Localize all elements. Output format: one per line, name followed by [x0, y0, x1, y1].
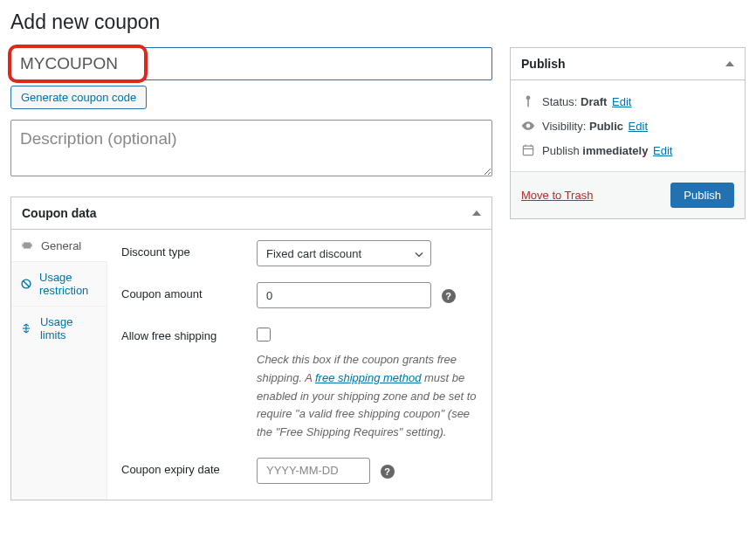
tab-usage-limits[interactable]: Usage limits: [11, 307, 107, 350]
visibility-row: Visibility: Public Edit: [521, 114, 734, 138]
collapse-icon[interactable]: [725, 61, 734, 66]
pin-icon: [521, 94, 535, 108]
free-shipping-label: Allow free shipping: [121, 324, 257, 342]
eye-icon: [521, 119, 535, 133]
coupon-code-input[interactable]: [10, 47, 492, 80]
free-shipping-method-link[interactable]: free shipping method: [315, 371, 421, 384]
tab-general-label: General: [41, 239, 81, 252]
publish-title: Publish: [521, 57, 566, 71]
move-to-trash-link[interactable]: Move to Trash: [521, 189, 593, 202]
svg-rect-4: [523, 146, 533, 155]
tab-usage-limits-label: Usage limits: [40, 315, 98, 342]
coupon-tabs: General Usage restriction Usage limits: [11, 230, 107, 500]
status-row: Status: Draft Edit: [521, 89, 734, 114]
page-title: Add new coupon: [10, 10, 746, 34]
tab-general[interactable]: General: [11, 230, 107, 262]
coupon-data-panel: Coupon data General Usage res: [10, 197, 492, 500]
coupon-amount-label: Coupon amount: [121, 282, 257, 300]
ticket-icon: [20, 238, 34, 252]
publish-header[interactable]: Publish: [511, 48, 745, 80]
expiry-date-input[interactable]: [257, 458, 370, 484]
expiry-label: Coupon expiry date: [121, 458, 257, 476]
limits-icon: [20, 321, 33, 335]
free-shipping-checkbox[interactable]: [257, 328, 271, 342]
coupon-data-title: Coupon data: [22, 206, 97, 220]
publish-panel: Publish Status: Draft Edit: [510, 47, 746, 219]
publish-button[interactable]: Publish: [670, 183, 734, 208]
free-shipping-hint: Check this box if the coupon grants free…: [257, 351, 478, 442]
svg-line-1: [24, 281, 30, 287]
tab-usage-restriction[interactable]: Usage restriction: [11, 262, 107, 307]
generate-coupon-code-button[interactable]: Generate coupon code: [10, 86, 147, 109]
edit-status-link[interactable]: Edit: [612, 95, 631, 108]
discount-type-label: Discount type: [121, 240, 257, 259]
calendar-icon: [521, 143, 535, 157]
coupon-amount-input[interactable]: [257, 282, 431, 308]
description-textarea[interactable]: [10, 120, 492, 176]
help-icon[interactable]: ?: [442, 289, 456, 303]
block-icon: [20, 277, 32, 291]
tab-usage-restriction-label: Usage restriction: [39, 271, 98, 297]
edit-visibility-link[interactable]: Edit: [629, 120, 648, 133]
coupon-data-header[interactable]: Coupon data: [11, 197, 491, 230]
discount-type-select[interactable]: Fixed cart discount: [257, 240, 431, 266]
collapse-icon[interactable]: [472, 210, 481, 216]
help-icon[interactable]: ?: [381, 465, 395, 479]
edit-schedule-link[interactable]: Edit: [653, 144, 672, 157]
schedule-row: Publish immediately Edit: [521, 138, 734, 162]
